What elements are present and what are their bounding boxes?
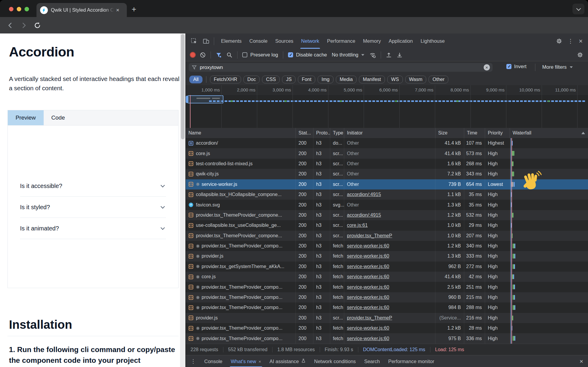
network-request-row[interactable]: provider.tsx_ThemeProvider_compo...200h3… xyxy=(186,241,588,251)
network-request-row[interactable]: core.js200h3scr...Other41.4 kB573 msHigh xyxy=(186,148,588,158)
initiator-cell[interactable]: core.js:61 xyxy=(344,220,435,230)
disable-cache-checkbox[interactable] xyxy=(288,52,293,57)
search-icon[interactable] xyxy=(226,52,232,58)
throttling-select[interactable]: No throttling xyxy=(332,52,364,58)
initiator-link[interactable]: provider.tsx_ThemeP xyxy=(347,233,392,238)
clear-filter-icon[interactable]: × xyxy=(484,64,490,71)
initiator-cell[interactable]: service-worker.js:60 xyxy=(344,302,435,313)
drawer-tab-close-icon[interactable]: × xyxy=(258,359,261,364)
initiator-link[interactable]: core.js:61 xyxy=(347,223,368,228)
clear-network-log-icon[interactable] xyxy=(200,52,206,58)
initiator-cell[interactable]: service-worker.js:60 xyxy=(344,251,435,261)
initiator-cell[interactable]: service-worker.js:60 xyxy=(344,282,435,292)
import-har-icon[interactable] xyxy=(386,52,392,58)
accordion-item[interactable]: Is it styled? xyxy=(20,197,166,218)
record-network-log-button[interactable] xyxy=(191,53,195,57)
network-request-row[interactable]: provider.tsx_ThemeProvider_compo...200h3… xyxy=(186,333,588,343)
devtools-tab-application[interactable]: Application xyxy=(385,33,417,49)
drawer-tab-search[interactable]: Search xyxy=(360,355,384,367)
filter-chip-js[interactable]: JS xyxy=(282,76,295,83)
tab-search-button[interactable] xyxy=(572,4,584,14)
initiator-link[interactable]: service-worker.js:60 xyxy=(347,325,389,331)
request-name-cell[interactable]: use-collapsible.tsx_useCollapsible_ge... xyxy=(186,220,296,230)
initiator-cell[interactable]: service-worker.js:60 xyxy=(344,292,435,302)
network-request-row[interactable]: provider.tsx_getSystemTheme_aKkA...200h3… xyxy=(186,262,588,272)
devtools-kebab-menu-icon[interactable]: ⋮ xyxy=(568,38,573,45)
initiator-cell[interactable]: accordion/:4915 xyxy=(344,189,435,200)
column-header-name[interactable]: Name xyxy=(186,128,296,138)
filter-input[interactable]: proxytown × xyxy=(189,63,493,72)
devtools-tab-memory[interactable]: Memory xyxy=(359,33,385,49)
close-window-button[interactable] xyxy=(9,7,13,11)
request-name-cell[interactable]: provider.tsx_ThemeProvider_compo... xyxy=(186,323,296,333)
network-request-row[interactable]: provider.tsx_ThemeProvider_compo...200h3… xyxy=(186,323,588,333)
minimize-window-button[interactable] xyxy=(17,7,21,11)
column-header-protocol[interactable]: Proto... xyxy=(313,128,330,138)
initiator-cell[interactable]: provider.tsx_ThemeP xyxy=(344,313,435,323)
request-name-cell[interactable]: favicon.svg xyxy=(186,200,296,210)
request-name-cell[interactable]: accordion/ xyxy=(186,138,296,148)
forward-button[interactable] xyxy=(20,22,28,29)
request-name-cell[interactable]: test-controlled-list-mixed.js xyxy=(186,159,296,169)
initiator-cell[interactable]: service-worker.js:60 xyxy=(344,333,435,343)
request-name-cell[interactable]: provider.tsx_ThemeProvider_compo... xyxy=(186,241,296,251)
page-scrollbar[interactable] xyxy=(180,33,185,367)
tab-preview[interactable]: Preview xyxy=(8,110,44,125)
initiator-link[interactable]: service-worker.js:60 xyxy=(347,243,389,249)
scrollbar-thumb[interactable] xyxy=(181,34,185,139)
network-request-row[interactable]: provider.js200h3scr...provider.tsx_Theme… xyxy=(186,313,588,323)
devtools-tab-elements[interactable]: Elements xyxy=(217,33,246,49)
filter-chip-font[interactable]: Font xyxy=(298,76,315,83)
network-request-row[interactable]: provider.tsx_ThemeProvider_compo...200h3… xyxy=(186,302,588,313)
column-header-type[interactable]: Type xyxy=(330,128,344,138)
initiator-link[interactable]: service-worker.js:60 xyxy=(347,336,389,341)
drawer-tab-what-s-new[interactable]: What's new× xyxy=(227,355,266,367)
request-name-cell[interactable]: provider.tsx_ThemeProvider_compo... xyxy=(186,302,296,313)
filter-chip-wasm[interactable]: Wasm xyxy=(405,76,426,83)
network-overview[interactable] xyxy=(186,95,588,104)
network-request-row[interactable]: core.js200h3fetchservice-worker.js:6041.… xyxy=(186,272,588,282)
request-name-cell[interactable]: provider.tsx_getSystemTheme_aKkA... xyxy=(186,262,296,272)
initiator-cell[interactable]: service-worker.js:60 xyxy=(344,262,435,272)
devtools-tab-performance[interactable]: Performance xyxy=(323,33,359,49)
initiator-cell[interactable]: service-worker.js:60 xyxy=(344,241,435,251)
new-tab-button[interactable]: + xyxy=(132,5,136,14)
network-request-row[interactable]: favicon.svg200h3svg...Other1.3 kB35 msHi… xyxy=(186,200,588,210)
network-request-row[interactable]: provider.tsx_ThemeProvider_compone...200… xyxy=(186,210,588,220)
network-request-row[interactable]: accordion/200h3do...Other41.4 kB107 msHi… xyxy=(186,138,588,148)
filter-chip-doc[interactable]: Doc xyxy=(243,76,260,83)
overview-selection-window[interactable] xyxy=(188,95,223,103)
initiator-link[interactable]: provider.tsx_ThemeP xyxy=(347,315,392,321)
network-request-row[interactable]: provider.tsx_ThemeProvider_compone...200… xyxy=(186,231,588,241)
accordion-item[interactable]: Is it accessible? xyxy=(20,175,166,197)
filter-chip-manifest[interactable]: Manifest xyxy=(359,76,385,83)
filter-chip-css[interactable]: CSS xyxy=(262,76,280,83)
filter-chip-media[interactable]: Media xyxy=(336,76,357,83)
tab-close-icon[interactable]: × xyxy=(116,7,119,13)
column-header-size[interactable]: Size xyxy=(435,128,464,138)
initiator-cell[interactable]: provider.tsx_ThemeP xyxy=(344,231,435,241)
devtools-close-icon[interactable]: × xyxy=(579,37,583,45)
devtools-tab-lighthouse[interactable]: Lighthouse xyxy=(417,33,449,49)
preserve-log-checkbox[interactable] xyxy=(242,52,247,57)
filter-icon[interactable] xyxy=(216,52,222,58)
request-name-cell[interactable]: collapsible.tsx_HCollapsible_compone... xyxy=(186,189,296,200)
initiator-link[interactable]: accordion/:4915 xyxy=(347,212,381,218)
drawer-tab-network-conditions[interactable]: Network conditions xyxy=(310,355,360,367)
column-header-priority[interactable]: Priority xyxy=(485,128,510,138)
request-name-cell[interactable]: core.js xyxy=(186,148,296,158)
request-name-cell[interactable]: service-worker.js xyxy=(186,179,296,189)
request-name-cell[interactable]: core.js xyxy=(186,272,296,282)
request-name-cell[interactable]: provider.js xyxy=(186,313,296,323)
back-button[interactable] xyxy=(7,22,14,29)
initiator-cell[interactable]: service-worker.js:60 xyxy=(344,323,435,333)
drawer-tab-performance-monitor[interactable]: Performance monitor xyxy=(384,355,438,367)
tab-code[interactable]: Code xyxy=(44,110,73,125)
network-request-row[interactable]: provider.tsx_ThemeProvider_compo...200h3… xyxy=(186,292,588,302)
column-header-status[interactable]: Stat... xyxy=(296,128,313,138)
initiator-link[interactable]: service-worker.js:60 xyxy=(347,295,389,300)
device-toolbar-icon[interactable] xyxy=(202,38,210,45)
devtools-tab-network[interactable]: Network xyxy=(297,33,323,49)
zoom-window-button[interactable] xyxy=(25,7,29,11)
more-filters-dropdown[interactable]: More filters xyxy=(542,64,573,70)
